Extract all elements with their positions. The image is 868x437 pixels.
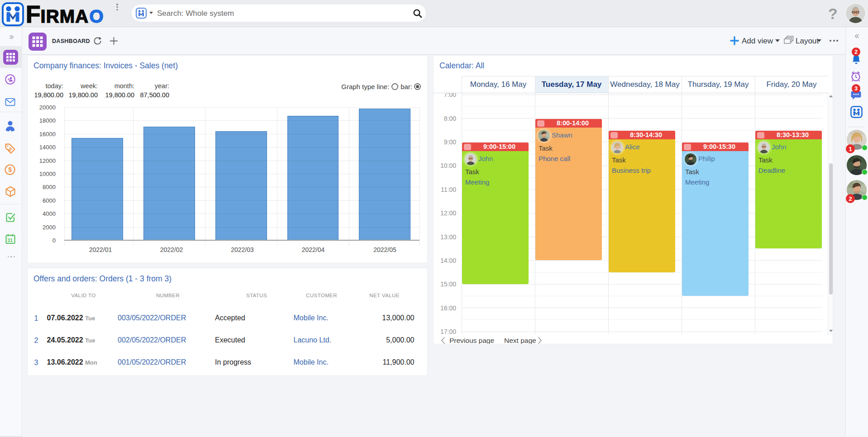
svg-text:31: 31 — [8, 238, 13, 243]
svg-text:$: $ — [8, 166, 12, 173]
